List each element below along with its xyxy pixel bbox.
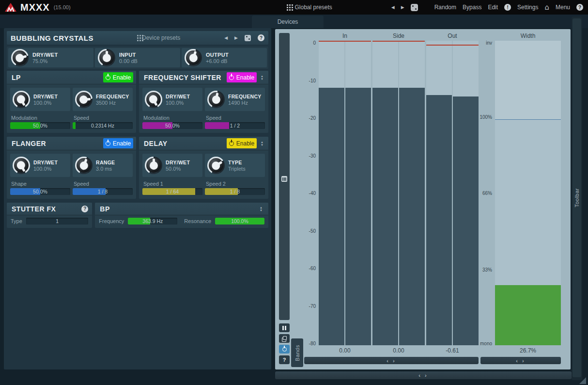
alert-icon[interactable]: !: [504, 4, 511, 11]
frequency-shifter-header[interactable]: FREQUENCY SHIFTER Enable ▴▾: [139, 71, 268, 84]
device-preset-name[interactable]: BUBBLING CRYSTALS: [11, 34, 93, 42]
frequency-shifter-enable-button[interactable]: Enable: [227, 72, 257, 82]
flanger-range-cell[interactable]: RANGE 3.0 ms: [73, 154, 133, 177]
tab-devices[interactable]: Devices: [252, 16, 324, 28]
fs-frequency-cell[interactable]: FREQUENCY 1490 Hz: [205, 88, 265, 111]
knob-value: 100.0%: [33, 100, 58, 106]
random-button[interactable]: Random: [434, 4, 456, 11]
delay-type-knob[interactable]: [207, 157, 225, 174]
delay-drywet-cell[interactable]: DRY/WET 50.0%: [142, 154, 202, 177]
delay-speed2-slider[interactable]: Speed 2 1 / 8: [205, 180, 265, 195]
meter-panel: ? Bands In Side Out Width 0 -10 -20 -30 …: [275, 29, 571, 369]
bp-resonance-slider[interactable]: 100.0%: [215, 218, 264, 225]
randomize-dice-icon[interactable]: [411, 4, 418, 11]
next-device-preset-button[interactable]: ▶: [234, 35, 238, 40]
lp-header[interactable]: LP Enable: [7, 71, 136, 84]
slider-track[interactable]: 1 / 64: [142, 188, 202, 195]
tab-toolbar[interactable]: Toolbar: [573, 18, 581, 377]
slider-value: 50.0%: [10, 188, 70, 195]
knob-label: FREQUENCY: [228, 94, 262, 99]
delay-header[interactable]: DELAY Enable ▴▾: [139, 137, 268, 150]
master-controls-row: DRY/WET 75.0% INPUT 0.00 dB OUTPUT +6.: [7, 47, 268, 69]
knob-pointer: [73, 154, 95, 176]
drywet-knob[interactable]: [11, 49, 29, 66]
module-selector-chevrons[interactable]: ▴▾: [259, 141, 265, 146]
delay-enable-button[interactable]: Enable: [227, 138, 257, 148]
flanger-header[interactable]: FLANGER Enable: [7, 137, 136, 150]
flanger-drywet-knob[interactable]: [13, 157, 30, 174]
delay-speed1-slider[interactable]: Speed 1 1 / 64: [142, 180, 202, 195]
meter-scrollbar-width[interactable]: ‹ ›: [480, 357, 561, 364]
fs-modulation-slider[interactable]: Modulation 50.0%: [142, 114, 202, 129]
logo-mountain-glyph: [7, 5, 15, 12]
home-icon[interactable]: ⌂: [544, 4, 549, 11]
edit-button[interactable]: Edit: [488, 4, 498, 11]
previous-preset-button[interactable]: ◀: [391, 5, 395, 10]
knob-pointer: [74, 90, 93, 109]
fs-drywet-knob[interactable]: [145, 91, 162, 108]
slider-track[interactable]: 1 / 2: [205, 122, 265, 129]
device-help-icon[interactable]: ?: [258, 34, 264, 41]
stutter-type-slider[interactable]: 1: [26, 218, 89, 225]
master-input-knob-cell[interactable]: INPUT 0.00 dB: [95, 48, 180, 67]
devices-horizontal-scrollbar[interactable]: ‹ ›: [275, 371, 572, 379]
meter-bar-side-right: [399, 41, 425, 345]
global-presets-button[interactable]: Global presets: [286, 4, 332, 11]
flanger-drywet-cell[interactable]: DRY/WET 100.0%: [10, 154, 70, 177]
master-drywet-knob-cell[interactable]: DRY/WET 75.0%: [8, 48, 93, 67]
module-selector-chevrons[interactable]: ▴▾: [259, 75, 265, 80]
fs-frequency-knob[interactable]: [207, 91, 225, 108]
meter-label-side: Side: [393, 32, 404, 39]
next-preset-button[interactable]: ▶: [401, 5, 404, 10]
slider-track[interactable]: 1 / 8: [205, 188, 265, 195]
meter-power-button[interactable]: [279, 345, 290, 353]
help-icon[interactable]: ?: [576, 4, 583, 11]
stutter-help-icon[interactable]: ?: [81, 206, 88, 212]
lp-drywet-knob[interactable]: [13, 91, 30, 108]
peak-line-in: [319, 41, 371, 42]
lp-drywet-cell[interactable]: DRY/WET 100.0%: [10, 88, 70, 111]
slider-track[interactable]: 1 / 8: [73, 188, 133, 195]
lp-frequency-cell[interactable]: FREQUENCY 3500 Hz: [73, 88, 133, 111]
power-icon: [229, 141, 234, 146]
fs-drywet-cell[interactable]: DRY/WET 100.0%: [142, 88, 202, 111]
slider-track[interactable]: 0.2314 Hz: [73, 122, 133, 129]
input-knob[interactable]: [98, 49, 115, 66]
flanger-range-knob[interactable]: [75, 157, 93, 174]
bypass-button[interactable]: Bypass: [463, 4, 481, 11]
delay-type-cell[interactable]: TYPE Triplets: [205, 154, 265, 177]
previous-device-preset-button[interactable]: ◀: [224, 35, 228, 40]
device-random-dice-icon[interactable]: [245, 35, 251, 41]
settings-button[interactable]: Settings: [517, 4, 538, 11]
output-knob[interactable]: [185, 49, 202, 66]
flanger-enable-button[interactable]: Enable: [103, 138, 133, 148]
knob-pointer: [9, 153, 33, 177]
resize-grip[interactable]: [579, 377, 586, 384]
bp-frequency-slider[interactable]: 363.9 Hz: [128, 218, 177, 225]
slider-label: Speed: [206, 115, 265, 121]
stutter-fx-header[interactable]: STUTTER FX ?: [7, 203, 92, 215]
meter-bar-out-left: [426, 41, 452, 345]
flanger-speed-slider[interactable]: Speed 1 / 8: [73, 180, 133, 195]
module-selector-chevrons[interactable]: ▴▾: [258, 206, 264, 212]
delay-drywet-knob[interactable]: [145, 157, 162, 174]
menu-button[interactable]: Menu: [556, 4, 570, 11]
slider-track[interactable]: 50.0%: [10, 188, 70, 195]
device-presets-button[interactable]: Device presets: [136, 34, 180, 41]
knob-value: Triplets: [228, 166, 246, 172]
lp-speed-slider[interactable]: Speed 0.2314 Hz: [73, 114, 133, 129]
slider-track[interactable]: 50.0%: [10, 122, 70, 129]
lp-enable-button[interactable]: Enable: [103, 72, 133, 82]
main-area: Devices BUBBLING CRYSTALS Device presets…: [0, 15, 588, 385]
lp-modulation-slider[interactable]: Modulation 50.0%: [10, 114, 70, 129]
slider-label: Shape: [11, 181, 70, 187]
meter-scrollbar-levels[interactable]: ‹ ›: [304, 357, 479, 364]
meter-bar-width: [495, 41, 561, 345]
bp-header[interactable]: BP ▴▾: [95, 203, 268, 215]
lp-frequency-knob[interactable]: [75, 91, 93, 108]
slider-track[interactable]: 50.0%: [142, 122, 202, 129]
master-output-knob-cell[interactable]: OUTPUT +6.00 dB: [182, 48, 267, 67]
flanger-shape-slider[interactable]: Shape 50.0%: [10, 180, 70, 195]
meter-help-button[interactable]: ?: [279, 355, 290, 364]
fs-speed-slider[interactable]: Speed 1 / 2: [205, 114, 265, 129]
